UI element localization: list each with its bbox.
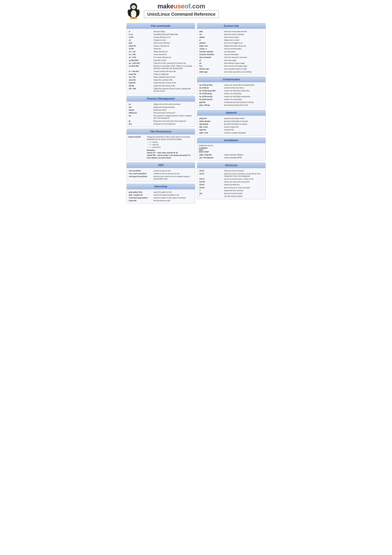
table-row: ping hostping host and output results — [199, 117, 264, 120]
desc-cell: Show current directory — [153, 42, 193, 44]
searching-table: grep pattern filessearch for pattern in … — [128, 191, 193, 202]
command-cell: ssh user@host — [128, 169, 153, 172]
command-cell: rm file — [128, 47, 153, 50]
command-cell: ssh -p port user@host — [128, 172, 153, 175]
desc-cell: Create symbolic link link to file — [153, 70, 193, 73]
table-row: freeshow memory and swap usage — [199, 65, 264, 67]
desc-cell: get DNS information for domain — [223, 123, 264, 125]
table-row: dig -x hostreverse lookup host — [199, 126, 264, 128]
process-management-body: psdisplay all currently active processes… — [127, 102, 195, 127]
command-cell: wget file — [199, 128, 224, 131]
command-cell: ssh-copy-id user@host — [128, 175, 153, 180]
table-row: ssh -p port user@hostconnect to host on … — [128, 172, 193, 175]
table-row: cat > filePlaces standard input into fil… — [128, 76, 193, 79]
command-cell: cp –r dir1 dir2 — [128, 62, 153, 65]
chmod-items-list: 4 – read (r)2 – write (w)1 – execute (x) — [150, 141, 193, 148]
desc-cell: show possible locations of app — [223, 67, 264, 70]
command-cell: tar cjf file.tar.bz2 — [199, 95, 224, 98]
command-cell: cd dir — [128, 36, 153, 39]
command-cell: Ctrl+U — [199, 183, 224, 186]
system-info-header: System Info — [197, 23, 265, 29]
desc-cell: display information about user — [223, 44, 264, 47]
table-row: rm –f fileForce remove fire — [128, 53, 193, 56]
table-row: exitlog out of current session — [199, 192, 264, 195]
desc-cell: Output the firest 10 lines of file — [153, 81, 193, 84]
system-info-body: dateshow the current date and timecalsho… — [197, 29, 265, 74]
compression-body: tar cf file.tar filescreate a tar named … — [197, 82, 265, 108]
table-row: gzip -d file.gzdecompresses file.gz back… — [199, 104, 264, 107]
table-row: cd dirChange directory to dir — [128, 36, 193, 39]
command-cell: date — [199, 30, 224, 33]
desc-cell: show current uptime — [223, 36, 264, 39]
table-row: Ctrl+Zstops the current command, resume … — [199, 172, 264, 177]
install-source-cmd: make — [199, 149, 264, 151]
command-cell: dpkg -i pkg.deb — [199, 153, 224, 156]
network-table: ping hostping host and output resultswho… — [199, 117, 264, 134]
table-row: Ctrl+Werases one word in the current lin… — [199, 181, 264, 183]
chmod-example1: chmod 777 – read, write, execute for all — [147, 152, 178, 154]
table-row: ln –s file linkCreate symbolic link link… — [128, 70, 193, 73]
table-row: lsDirectory listing — [128, 30, 193, 33]
table-row: dushow directory space usage — [199, 62, 264, 65]
table-row: cat /proc /meminfomemory information — [199, 53, 264, 56]
command-cell: tar xjf file.tar.bz2 — [199, 98, 224, 101]
command-cell: cat /proc /meminfo — [199, 53, 224, 56]
ssh-header: SSH — [127, 162, 195, 168]
table-row: Ctrl+Dlog out of current session, simila… — [199, 177, 264, 180]
table-row: mkdir dirCreate a directory dir — [128, 44, 193, 47]
table-row: wdisplay who is online — [199, 39, 264, 42]
command-cell: fg a — [128, 123, 153, 125]
table-row: ssh-copy-id user@hostadd your key to hos… — [128, 175, 193, 180]
desc-cell: Copy dir1 to dir2; create dir2 if it doe… — [153, 62, 193, 65]
table-row: command | grep patternsearch for pattern… — [128, 197, 193, 199]
desc-cell: who you are logged in as — [223, 42, 264, 44]
desc-cell: cpu information — [223, 50, 264, 53]
file-permissions-header: File Permissions — [127, 129, 195, 134]
table-row: touch fileCreate or update file — [128, 73, 193, 76]
header: makeuseof.com Unix/Linux Command Referen… — [127, 2, 266, 20]
command-cell: rpm -Uvh pkg.rpm — [199, 156, 224, 159]
tux-penguin-icon — [127, 2, 141, 19]
desc-cell: Directory listing — [153, 30, 193, 33]
desc-cell: reverse lookup host — [223, 126, 264, 128]
table-row: !!repeats the last command — [199, 189, 264, 192]
desc-cell: memory information — [223, 53, 264, 56]
desc-cell: log out of current session, similar to e… — [223, 177, 264, 180]
searching-section: Searching grep pattern filessearch for p… — [127, 184, 195, 204]
command-cell: ln –s file link — [128, 70, 153, 73]
table-row: fg abrings job a to the foreground — [128, 123, 193, 125]
file-permissions-section: File Permissions chmod octal file change… — [127, 129, 195, 161]
compression-section: Compression tar cf file.tar filescreate … — [197, 77, 266, 108]
desc-cell: log out of current session — [223, 192, 264, 195]
desc-cell: Output the contents of file as it grows,… — [153, 87, 193, 92]
desc-cell: Force remove fire — [153, 53, 193, 56]
ssh-body: ssh user@hostconnect to host as userssh … — [127, 168, 195, 182]
desc-cell: display who is online — [223, 39, 264, 42]
desc-cell: Create or update file — [153, 73, 193, 76]
table-row: tar czf file.tar.gz filescreate a tar wi… — [199, 89, 264, 92]
brand-use: use — [174, 3, 185, 10]
table-row: rm –r dirDelete directory dir — [128, 50, 193, 53]
desc-cell: Rename or move file1 to file2. If filed … — [153, 65, 193, 70]
command-cell: tar cf file.tar files — [199, 84, 224, 86]
desc-cell: show the manual for command — [223, 56, 264, 59]
table-row: man commandshow the manual for command — [199, 56, 264, 59]
desc-cell: kill all processes named proc * — [153, 111, 193, 114]
compression-table: tar cf file.tar filescreate a tar named … — [199, 84, 264, 107]
svg-rect-11 — [131, 17, 132, 19]
searching-header: Searching — [127, 184, 195, 189]
command-cell: tar xf file.tar — [199, 87, 224, 89]
brand-com: com — [192, 3, 205, 10]
table-row: pwdShow current directory — [128, 42, 193, 44]
desc-cell: show memory and swap usage — [223, 65, 264, 67]
command-cell: tail –f file — [128, 87, 153, 92]
command-cell: uname -a — [199, 47, 224, 50]
table-row: fgBrings the most recent job to the fore… — [128, 120, 193, 123]
table-row: rpm -Uvh pkg.rpminstall a package (RPM) — [199, 156, 264, 159]
main-content: File commands lsDirectory listingls -alF… — [127, 23, 266, 204]
command-cell: which app — [199, 70, 224, 73]
desc-cell: continue a stopped download — [223, 131, 264, 134]
system-info-table: dateshow the current date and timecalsho… — [199, 30, 264, 73]
ssh-section: SSH ssh user@hostconnect to host as user… — [127, 162, 195, 182]
desc-cell: find all instances of file — [153, 199, 193, 202]
